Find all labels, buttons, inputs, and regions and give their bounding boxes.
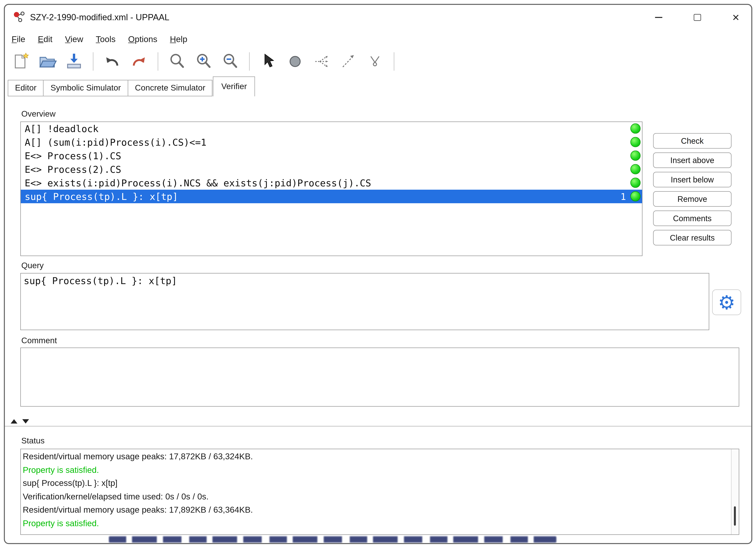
toolbar-divider [249, 52, 250, 71]
save-file-button[interactable] [64, 51, 84, 71]
close-button[interactable]: ✕ [725, 8, 746, 27]
toolbar [5, 48, 751, 74]
status-splitter[interactable] [5, 414, 751, 426]
query-row[interactable]: E<> Process(2).CS [21, 162, 642, 176]
status-satisfied-icon [630, 150, 641, 161]
main-tabs: Editor Symbolic Simulator Concrete Simul… [8, 76, 255, 96]
comments-button[interactable]: Comments [653, 211, 731, 226]
toolbar-divider [93, 52, 93, 71]
uppaal-window: SZY-2-1990-modified.xml - UPPAAL ✕ File … [4, 4, 752, 544]
selection-cursor-icon [259, 52, 278, 71]
status-scrollbar[interactable] [731, 449, 739, 535]
add-location-tool-button[interactable] [285, 51, 305, 71]
branchpoint-icon [313, 52, 331, 71]
query-text: sup{ Process(tp).L }: x[tp] [25, 191, 178, 202]
background-text-fragment [109, 536, 556, 543]
screen: SZY-2-1990-modified.xml - UPPAAL ✕ File … [0, 0, 756, 547]
status-satisfied-icon [630, 123, 641, 134]
query-row[interactable]: A[] !deadlock [21, 122, 642, 136]
zoom-button[interactable] [167, 51, 187, 71]
status-line: Resident/virtual memory usage peaks: 17,… [23, 503, 729, 517]
status-line: Verification/kernel/elapsed time used: 0… [23, 490, 729, 504]
maximize-icon [694, 14, 701, 21]
insert-above-button[interactable]: Insert above [653, 152, 731, 168]
add-nail-tool-button[interactable] [365, 51, 385, 71]
overview-label: Overview [21, 109, 56, 119]
scrollbar-thumb[interactable] [734, 506, 736, 526]
status-line: Property is satisfied. [23, 517, 729, 530]
overview-query-list[interactable]: A[] !deadlock A[] (sum(i:pid)Process(i).… [20, 121, 642, 256]
splitter-collapse-down-icon[interactable] [22, 419, 29, 424]
location-circle-icon [286, 52, 304, 71]
window-title: SZY-2-1990-modified.xml - UPPAAL [30, 5, 169, 30]
edge-icon [339, 52, 357, 71]
menu-file[interactable]: File [12, 34, 25, 44]
query-text: E<> Process(1).CS [25, 150, 121, 161]
save-file-icon [65, 52, 83, 71]
status-satisfied-icon [630, 137, 641, 147]
tab-concrete-simulator[interactable]: Concrete Simulator [128, 80, 212, 96]
uppaal-logo-icon [12, 11, 25, 23]
zoom-in-icon [195, 52, 213, 71]
status-log[interactable]: Resident/virtual memory usage peaks: 17,… [20, 449, 739, 535]
redo-icon [130, 52, 148, 71]
zoom-out-button[interactable] [220, 51, 240, 71]
check-button[interactable]: Check [653, 133, 731, 149]
comment-label: Comment [21, 336, 57, 346]
window-controls: ✕ [648, 8, 746, 27]
undo-button[interactable] [102, 51, 122, 71]
query-text: E<> Process(2).CS [25, 164, 121, 175]
tab-editor[interactable]: Editor [8, 80, 44, 96]
minimize-button[interactable] [648, 8, 669, 27]
zoom-icon [168, 52, 186, 71]
minimize-icon [655, 17, 662, 18]
menu-options[interactable]: Options [128, 34, 157, 44]
query-row[interactable]: E<> exists(i:pid)Process(i).NCS && exist… [21, 176, 642, 190]
zoom-in-button[interactable] [193, 51, 214, 71]
gear-icon: ⚙ [718, 293, 735, 312]
status-line: Resident/virtual memory usage peaks: 17,… [23, 450, 729, 464]
query-row[interactable]: E<> Process(1).CS [21, 149, 642, 163]
comment-editor[interactable] [20, 348, 739, 407]
redo-button[interactable] [129, 51, 149, 71]
status-satisfied-icon [630, 191, 641, 201]
undo-icon [103, 52, 121, 71]
status-satisfied-icon [630, 178, 641, 188]
zoom-out-icon [221, 52, 239, 71]
menu-edit[interactable]: Edit [38, 34, 52, 44]
close-icon: ✕ [732, 13, 740, 22]
tab-verifier[interactable]: Verifier [213, 76, 255, 96]
add-branchpoint-tool-button[interactable] [312, 51, 332, 71]
query-text: E<> exists(i:pid)Process(i).NCS && exist… [25, 177, 371, 188]
menu-bar: File Edit View Tools Options Help [5, 30, 751, 48]
query-text: A[] (sum(i:pid)Process(i).CS)<=1 [25, 137, 206, 148]
toolbar-divider [158, 52, 158, 71]
query-row-selected[interactable]: sup{ Process(tp).L }: x[tp] 1 [21, 190, 642, 203]
maximize-button[interactable] [686, 8, 708, 27]
query-text: A[] !deadlock [25, 123, 98, 134]
menu-view[interactable]: View [65, 34, 83, 44]
add-edge-tool-button[interactable] [338, 51, 358, 71]
menu-tools[interactable]: Tools [96, 34, 115, 44]
title-bar: SZY-2-1990-modified.xml - UPPAAL ✕ [5, 5, 751, 30]
open-file-button[interactable] [37, 51, 58, 71]
remove-button[interactable]: Remove [653, 191, 731, 207]
menu-help[interactable]: Help [170, 34, 187, 44]
query-row[interactable]: A[] (sum(i:pid)Process(i).CS)<=1 [21, 136, 642, 149]
query-label: Query [21, 261, 44, 270]
tab-symbolic-simulator[interactable]: Symbolic Simulator [44, 80, 128, 96]
status-line: sup{ Process(tp).L }: x[tp] [23, 477, 729, 490]
new-document-icon [12, 52, 30, 71]
clear-results-button[interactable]: Clear results [653, 230, 731, 245]
insert-below-button[interactable]: Insert below [653, 172, 731, 187]
inactive-tab-group: Editor Symbolic Simulator Concrete Simul… [8, 80, 213, 96]
status-line: Property is satisfied. [23, 464, 729, 477]
nail-icon [366, 52, 384, 71]
selection-tool-button[interactable] [258, 51, 279, 71]
query-badge: 1 [620, 191, 626, 202]
query-editor[interactable]: sup{ Process(tp).L }: x[tp] [20, 273, 709, 330]
new-document-button[interactable] [11, 51, 31, 71]
splitter-collapse-up-icon[interactable] [11, 419, 17, 424]
query-options-button[interactable]: ⚙ [712, 290, 741, 315]
status-label: Status [21, 436, 45, 446]
